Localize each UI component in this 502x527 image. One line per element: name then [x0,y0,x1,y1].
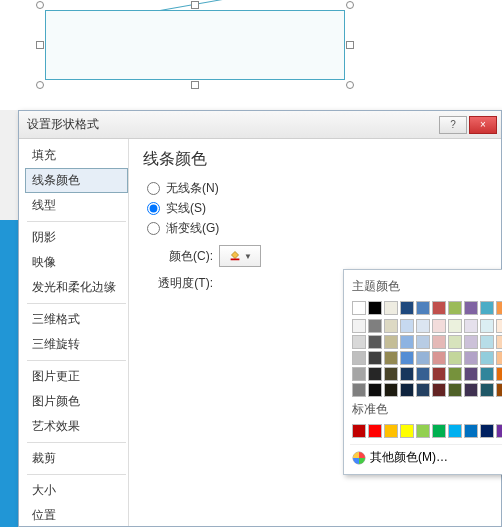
resize-handle[interactable] [346,81,354,89]
color-swatch[interactable] [432,335,446,349]
resize-handle[interactable] [36,81,44,89]
color-swatch[interactable] [384,301,398,315]
color-swatch[interactable] [464,367,478,381]
color-swatch[interactable] [384,367,398,381]
color-swatch[interactable] [432,301,446,315]
color-swatch[interactable] [480,301,494,315]
color-swatch[interactable] [416,351,430,365]
color-swatch[interactable] [448,351,462,365]
color-swatch[interactable] [400,301,414,315]
color-swatch[interactable] [432,367,446,381]
resize-handle[interactable] [191,1,199,9]
color-swatch[interactable] [464,351,478,365]
close-button[interactable]: × [469,116,497,134]
color-swatch[interactable] [368,383,382,397]
sidebar-item[interactable]: 发光和柔化边缘 [25,275,128,300]
radio-no-line[interactable]: 无线条(N) [147,180,487,197]
color-swatch[interactable] [496,367,502,381]
color-swatch[interactable] [352,424,366,438]
help-button[interactable]: ? [439,116,467,134]
color-swatch[interactable] [432,383,446,397]
color-swatch[interactable] [384,424,398,438]
color-swatch[interactable] [496,335,502,349]
color-swatch[interactable] [416,319,430,333]
color-swatch[interactable] [480,383,494,397]
sidebar-item[interactable]: 线型 [25,193,128,218]
color-swatch[interactable] [352,301,366,315]
color-swatch[interactable] [432,319,446,333]
color-swatch[interactable] [384,319,398,333]
color-swatch[interactable] [400,383,414,397]
color-swatch[interactable] [448,335,462,349]
color-swatch[interactable] [496,301,502,315]
sidebar-item[interactable]: 三维格式 [25,307,128,332]
color-swatch[interactable] [496,319,502,333]
color-swatch[interactable] [400,367,414,381]
color-swatch[interactable] [352,367,366,381]
color-swatch[interactable] [416,335,430,349]
color-swatch[interactable] [448,383,462,397]
sidebar-item[interactable]: 图片更正 [25,364,128,389]
color-swatch[interactable] [368,367,382,381]
dialog-titlebar[interactable]: 设置形状格式 ? × [19,111,501,139]
radio-gradient-line[interactable]: 渐变线(G) [147,220,487,237]
color-swatch[interactable] [432,424,446,438]
canvas-area[interactable] [0,0,502,110]
radio-input[interactable] [147,222,160,235]
color-dropdown-button[interactable]: ▼ [219,245,261,267]
radio-input[interactable] [147,182,160,195]
color-swatch[interactable] [400,319,414,333]
color-swatch[interactable] [496,383,502,397]
color-swatch[interactable] [480,351,494,365]
color-swatch[interactable] [416,424,430,438]
color-swatch[interactable] [416,367,430,381]
color-swatch[interactable] [448,424,462,438]
color-swatch[interactable] [384,335,398,349]
color-swatch[interactable] [352,351,366,365]
color-swatch[interactable] [368,351,382,365]
color-swatch[interactable] [448,301,462,315]
color-swatch[interactable] [464,301,478,315]
color-swatch[interactable] [352,383,366,397]
color-swatch[interactable] [400,351,414,365]
sidebar-item[interactable]: 线条颜色 [25,168,128,193]
sidebar-item[interactable]: 阴影 [25,225,128,250]
color-swatch[interactable] [384,383,398,397]
color-swatch[interactable] [464,424,478,438]
sidebar-item[interactable]: 裁剪 [25,446,128,471]
radio-input[interactable] [147,202,160,215]
color-swatch[interactable] [464,319,478,333]
color-swatch[interactable] [368,424,382,438]
resize-handle[interactable] [191,81,199,89]
color-swatch[interactable] [352,335,366,349]
color-swatch[interactable] [448,367,462,381]
color-swatch[interactable] [416,301,430,315]
color-swatch[interactable] [496,424,502,438]
color-swatch[interactable] [416,383,430,397]
resize-handle[interactable] [36,1,44,9]
color-swatch[interactable] [480,367,494,381]
sidebar-item[interactable]: 三维旋转 [25,332,128,357]
sidebar-item[interactable]: 位置 [25,503,128,526]
color-swatch[interactable] [400,335,414,349]
selected-shape[interactable] [40,5,350,85]
color-swatch[interactable] [496,351,502,365]
color-swatch[interactable] [480,335,494,349]
sidebar-item[interactable]: 艺术效果 [25,414,128,439]
sidebar-item[interactable]: 填充 [25,143,128,168]
color-swatch[interactable] [368,301,382,315]
more-colors-item[interactable]: 其他颜色(M)… [350,444,502,468]
color-swatch[interactable] [432,351,446,365]
color-swatch[interactable] [464,335,478,349]
color-swatch[interactable] [480,319,494,333]
color-swatch[interactable] [480,424,494,438]
color-swatch[interactable] [352,319,366,333]
color-swatch[interactable] [448,319,462,333]
resize-handle[interactable] [36,41,44,49]
sidebar-item[interactable]: 大小 [25,478,128,503]
color-swatch[interactable] [384,351,398,365]
resize-handle[interactable] [346,1,354,9]
color-swatch[interactable] [368,335,382,349]
sidebar-item[interactable]: 映像 [25,250,128,275]
radio-solid-line[interactable]: 实线(S) [147,200,487,217]
